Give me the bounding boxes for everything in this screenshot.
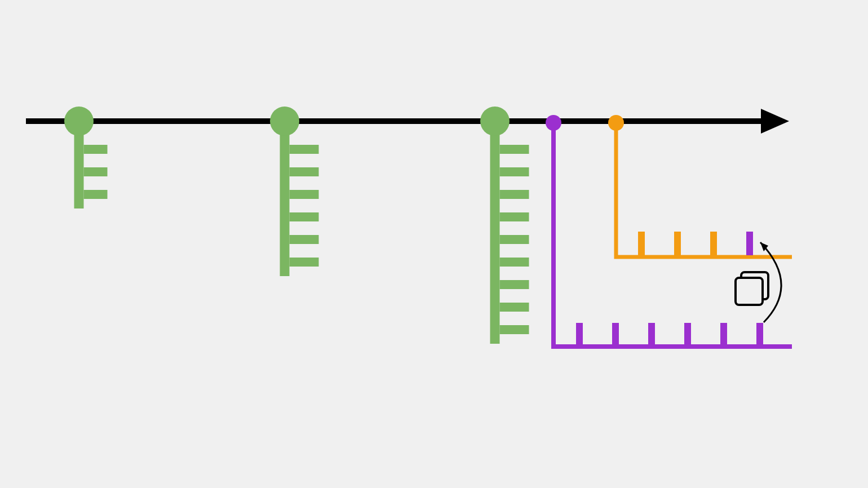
green-tick [290, 167, 319, 176]
green-tick [500, 167, 529, 176]
green-tick [290, 190, 319, 199]
orange-tick [638, 232, 645, 255]
purple-tick [756, 323, 763, 344]
purple-tick [576, 323, 583, 344]
purple-tick [612, 323, 619, 344]
green-tick [500, 190, 529, 199]
purple-branch-path [553, 123, 792, 347]
green-tick [500, 145, 529, 154]
green-tick [500, 235, 529, 244]
diagram-svg [0, 0, 868, 488]
green-tick [290, 235, 319, 244]
green-tick [84, 167, 108, 176]
diagram-canvas [0, 0, 868, 488]
green-tick [500, 303, 529, 312]
orange-tick [674, 232, 681, 255]
purple-node-dot [546, 115, 561, 131]
copy-icon [736, 272, 768, 305]
green-tick [500, 325, 529, 334]
orange-tick [710, 232, 717, 255]
green-tick [500, 258, 529, 267]
copy-icon-front [736, 278, 763, 305]
purple-tick [684, 323, 691, 344]
copied-purple-tick [746, 232, 753, 255]
purple-tick [720, 323, 727, 344]
green-stem [490, 121, 500, 344]
green-tick [290, 212, 319, 221]
orange-branch [608, 115, 792, 257]
green-node-1 [270, 107, 319, 276]
green-tick [500, 212, 529, 221]
purple-branch [546, 115, 792, 347]
green-tick [500, 280, 529, 289]
green-node-dot [64, 107, 94, 136]
green-tick [84, 145, 108, 154]
purple-tick [648, 323, 655, 344]
green-node-dot [480, 107, 510, 136]
green-tick [290, 145, 319, 154]
timeline-arrowhead [761, 109, 789, 134]
green-node-dot [270, 107, 299, 136]
green-stem [280, 121, 290, 276]
green-tick [290, 258, 319, 267]
green-node-2 [480, 107, 529, 344]
green-tick [84, 190, 108, 199]
orange-node-dot [608, 115, 624, 131]
